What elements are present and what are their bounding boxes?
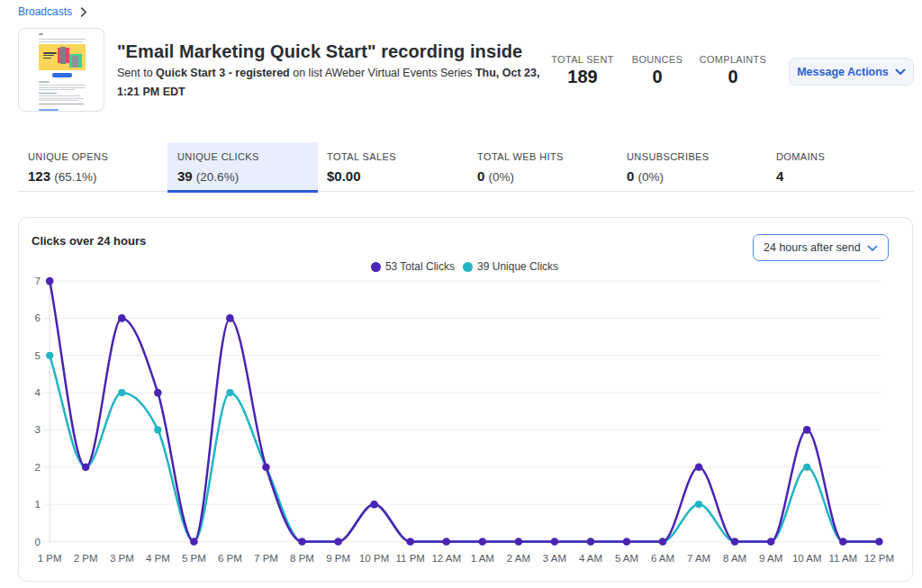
- svg-text:4 AM: 4 AM: [579, 553, 602, 564]
- svg-text:12 AM: 12 AM: [431, 553, 461, 564]
- svg-text:2 AM: 2 AM: [507, 553, 530, 564]
- svg-text:1 PM: 1 PM: [38, 553, 62, 564]
- svg-text:9 AM: 9 AM: [759, 553, 782, 564]
- svg-text:10 PM: 10 PM: [359, 553, 389, 564]
- svg-text:5: 5: [35, 350, 41, 361]
- svg-text:9 PM: 9 PM: [326, 553, 350, 564]
- svg-text:3: 3: [35, 424, 41, 435]
- svg-text:7 AM: 7 AM: [687, 553, 710, 564]
- svg-text:7: 7: [35, 276, 41, 286]
- svg-text:4 PM: 4 PM: [146, 553, 170, 564]
- svg-text:0: 0: [35, 537, 41, 547]
- svg-text:5 PM: 5 PM: [182, 553, 206, 564]
- svg-text:6: 6: [35, 312, 41, 323]
- svg-text:8 AM: 8 AM: [723, 553, 746, 564]
- svg-text:1 AM: 1 AM: [471, 553, 494, 564]
- svg-text:11 PM: 11 PM: [396, 553, 425, 564]
- svg-text:6 PM: 6 PM: [218, 553, 242, 564]
- svg-text:4: 4: [35, 387, 41, 398]
- svg-text:3 AM: 3 AM: [543, 553, 566, 564]
- svg-text:1: 1: [35, 499, 41, 510]
- svg-text:8 PM: 8 PM: [290, 553, 314, 564]
- svg-text:7 PM: 7 PM: [254, 553, 278, 564]
- svg-text:5 AM: 5 AM: [615, 553, 638, 564]
- svg-text:2 PM: 2 PM: [74, 553, 98, 564]
- svg-text:2: 2: [35, 462, 41, 473]
- svg-text:6 AM: 6 AM: [651, 553, 674, 564]
- svg-text:3 PM: 3 PM: [110, 553, 134, 564]
- svg-text:10 AM: 10 AM: [792, 553, 822, 564]
- svg-text:12 PM: 12 PM: [864, 553, 894, 564]
- svg-text:11 AM: 11 AM: [828, 553, 857, 564]
